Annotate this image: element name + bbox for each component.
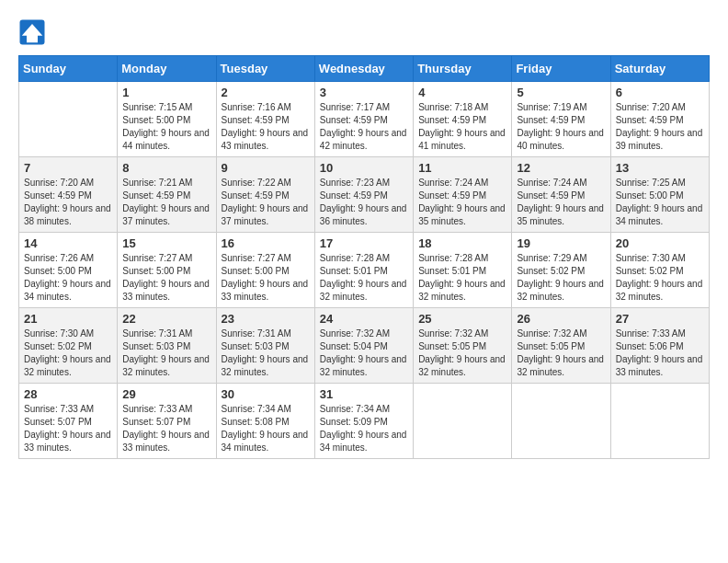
day-info: Sunrise: 7:33 AMSunset: 5:06 PMDaylight:…	[616, 327, 704, 379]
calendar-day-cell: 12Sunrise: 7:24 AMSunset: 4:59 PMDayligh…	[512, 157, 610, 233]
calendar-day-cell: 17Sunrise: 7:28 AMSunset: 5:01 PMDayligh…	[314, 233, 413, 308]
day-info: Sunrise: 7:28 AMSunset: 5:01 PMDaylight:…	[418, 252, 506, 304]
day-number: 23	[222, 312, 310, 326]
day-number: 11	[418, 161, 506, 175]
calendar-day-cell: 9Sunrise: 7:22 AMSunset: 4:59 PMDaylight…	[216, 157, 314, 233]
day-number: 20	[616, 236, 704, 250]
day-info: Sunrise: 7:28 AMSunset: 5:01 PMDaylight:…	[320, 252, 408, 304]
day-info: Sunrise: 7:20 AMSunset: 4:59 PMDaylight:…	[616, 101, 704, 153]
day-info: Sunrise: 7:16 AMSunset: 4:59 PMDaylight:…	[222, 101, 310, 153]
calendar-day-cell: 22Sunrise: 7:31 AMSunset: 5:03 PMDayligh…	[118, 308, 216, 384]
calendar-day-cell: 8Sunrise: 7:21 AMSunset: 4:59 PMDaylight…	[118, 157, 216, 233]
calendar-week-row: 28Sunrise: 7:33 AMSunset: 5:07 PMDayligh…	[19, 384, 710, 459]
day-info: Sunrise: 7:15 AMSunset: 5:00 PMDaylight:…	[122, 101, 210, 153]
weekday-header: Friday	[512, 56, 610, 82]
day-info: Sunrise: 7:27 AMSunset: 5:00 PMDaylight:…	[122, 252, 210, 304]
calendar-day-cell: 26Sunrise: 7:32 AMSunset: 5:05 PMDayligh…	[512, 308, 610, 384]
day-number: 16	[222, 236, 310, 250]
calendar-day-cell: 5Sunrise: 7:19 AMSunset: 4:59 PMDaylight…	[512, 82, 610, 157]
day-number: 29	[122, 387, 210, 401]
day-info: Sunrise: 7:31 AMSunset: 5:03 PMDaylight:…	[122, 327, 210, 379]
calendar-week-row: 21Sunrise: 7:30 AMSunset: 5:02 PMDayligh…	[19, 308, 710, 384]
day-info: Sunrise: 7:30 AMSunset: 5:02 PMDaylight:…	[616, 252, 704, 304]
calendar-week-row: 1Sunrise: 7:15 AMSunset: 5:00 PMDaylight…	[19, 82, 710, 157]
calendar-day-cell: 28Sunrise: 7:33 AMSunset: 5:07 PMDayligh…	[19, 384, 118, 459]
weekday-header: Saturday	[610, 56, 709, 82]
calendar-day-cell: 14Sunrise: 7:26 AMSunset: 5:00 PMDayligh…	[19, 233, 118, 308]
day-number: 19	[517, 236, 605, 250]
calendar-week-row: 7Sunrise: 7:20 AMSunset: 4:59 PMDaylight…	[19, 157, 710, 233]
day-number: 15	[122, 236, 210, 250]
calendar-day-cell: 10Sunrise: 7:23 AMSunset: 4:59 PMDayligh…	[314, 157, 413, 233]
day-number: 2	[222, 86, 310, 99]
day-number: 21	[24, 312, 112, 326]
day-number: 31	[320, 387, 408, 401]
calendar-table: SundayMondayTuesdayWednesdayThursdayFrid…	[18, 55, 710, 459]
day-number: 30	[222, 387, 310, 401]
calendar-day-cell	[512, 384, 610, 459]
calendar-day-cell: 29Sunrise: 7:33 AMSunset: 5:07 PMDayligh…	[118, 384, 216, 459]
calendar-week-row: 14Sunrise: 7:26 AMSunset: 5:00 PMDayligh…	[19, 233, 710, 308]
day-number: 28	[24, 387, 112, 401]
day-number: 6	[616, 86, 704, 99]
calendar-day-cell: 4Sunrise: 7:18 AMSunset: 4:59 PMDaylight…	[414, 82, 512, 157]
day-info: Sunrise: 7:32 AMSunset: 5:04 PMDaylight:…	[320, 327, 408, 379]
day-info: Sunrise: 7:20 AMSunset: 4:59 PMDaylight:…	[24, 177, 112, 228]
day-info: Sunrise: 7:24 AMSunset: 4:59 PMDaylight:…	[418, 177, 506, 228]
calendar-day-cell: 24Sunrise: 7:32 AMSunset: 5:04 PMDayligh…	[314, 308, 413, 384]
calendar-day-cell: 2Sunrise: 7:16 AMSunset: 4:59 PMDaylight…	[216, 82, 314, 157]
day-number: 8	[122, 161, 210, 175]
calendar-day-cell: 13Sunrise: 7:25 AMSunset: 5:00 PMDayligh…	[610, 157, 709, 233]
day-info: Sunrise: 7:34 AMSunset: 5:08 PMDaylight:…	[222, 403, 310, 454]
day-number: 12	[517, 161, 605, 175]
day-number: 22	[122, 312, 210, 326]
day-number: 7	[24, 161, 112, 175]
day-info: Sunrise: 7:23 AMSunset: 4:59 PMDaylight:…	[320, 177, 408, 228]
day-number: 9	[222, 161, 310, 175]
day-info: Sunrise: 7:21 AMSunset: 4:59 PMDaylight:…	[122, 177, 210, 228]
calendar-day-cell: 15Sunrise: 7:27 AMSunset: 5:00 PMDayligh…	[118, 233, 216, 308]
logo-icon	[18, 18, 46, 46]
day-info: Sunrise: 7:29 AMSunset: 5:02 PMDaylight:…	[517, 252, 605, 304]
day-info: Sunrise: 7:22 AMSunset: 4:59 PMDaylight:…	[222, 177, 310, 228]
day-info: Sunrise: 7:32 AMSunset: 5:05 PMDaylight:…	[517, 327, 605, 379]
weekday-header: Sunday	[19, 56, 118, 82]
calendar-day-cell: 16Sunrise: 7:27 AMSunset: 5:00 PMDayligh…	[216, 233, 314, 308]
calendar-day-cell	[610, 384, 709, 459]
weekday-header: Tuesday	[216, 56, 314, 82]
day-number: 18	[418, 236, 506, 250]
calendar-header-row: SundayMondayTuesdayWednesdayThursdayFrid…	[19, 56, 710, 82]
calendar-day-cell: 25Sunrise: 7:32 AMSunset: 5:05 PMDayligh…	[414, 308, 512, 384]
day-info: Sunrise: 7:31 AMSunset: 5:03 PMDaylight:…	[222, 327, 310, 379]
day-number: 13	[616, 161, 704, 175]
calendar-day-cell: 7Sunrise: 7:20 AMSunset: 4:59 PMDaylight…	[19, 157, 118, 233]
day-info: Sunrise: 7:33 AMSunset: 5:07 PMDaylight:…	[24, 403, 112, 454]
day-number: 14	[24, 236, 112, 250]
weekday-header: Monday	[118, 56, 216, 82]
calendar-day-cell: 30Sunrise: 7:34 AMSunset: 5:08 PMDayligh…	[216, 384, 314, 459]
calendar-day-cell	[19, 82, 118, 157]
weekday-header: Thursday	[414, 56, 512, 82]
calendar-day-cell: 11Sunrise: 7:24 AMSunset: 4:59 PMDayligh…	[414, 157, 512, 233]
day-info: Sunrise: 7:24 AMSunset: 4:59 PMDaylight:…	[517, 177, 605, 228]
calendar-day-cell: 18Sunrise: 7:28 AMSunset: 5:01 PMDayligh…	[414, 233, 512, 308]
day-number: 10	[320, 161, 408, 175]
day-info: Sunrise: 7:26 AMSunset: 5:00 PMDaylight:…	[24, 252, 112, 304]
calendar-day-cell	[414, 384, 512, 459]
calendar-day-cell: 6Sunrise: 7:20 AMSunset: 4:59 PMDaylight…	[610, 82, 709, 157]
day-number: 24	[320, 312, 408, 326]
weekday-header: Wednesday	[314, 56, 413, 82]
day-info: Sunrise: 7:18 AMSunset: 4:59 PMDaylight:…	[418, 101, 506, 153]
day-number: 25	[418, 312, 506, 326]
day-info: Sunrise: 7:33 AMSunset: 5:07 PMDaylight:…	[122, 403, 210, 454]
calendar-day-cell: 3Sunrise: 7:17 AMSunset: 4:59 PMDaylight…	[314, 82, 413, 157]
day-number: 4	[418, 86, 506, 99]
day-info: Sunrise: 7:34 AMSunset: 5:09 PMDaylight:…	[320, 403, 408, 454]
calendar-day-cell: 31Sunrise: 7:34 AMSunset: 5:09 PMDayligh…	[314, 384, 413, 459]
day-number: 26	[517, 312, 605, 326]
calendar-day-cell: 23Sunrise: 7:31 AMSunset: 5:03 PMDayligh…	[216, 308, 314, 384]
day-info: Sunrise: 7:30 AMSunset: 5:02 PMDaylight:…	[24, 327, 112, 379]
logo	[18, 18, 50, 46]
day-info: Sunrise: 7:17 AMSunset: 4:59 PMDaylight:…	[320, 101, 408, 153]
day-info: Sunrise: 7:32 AMSunset: 5:05 PMDaylight:…	[418, 327, 506, 379]
